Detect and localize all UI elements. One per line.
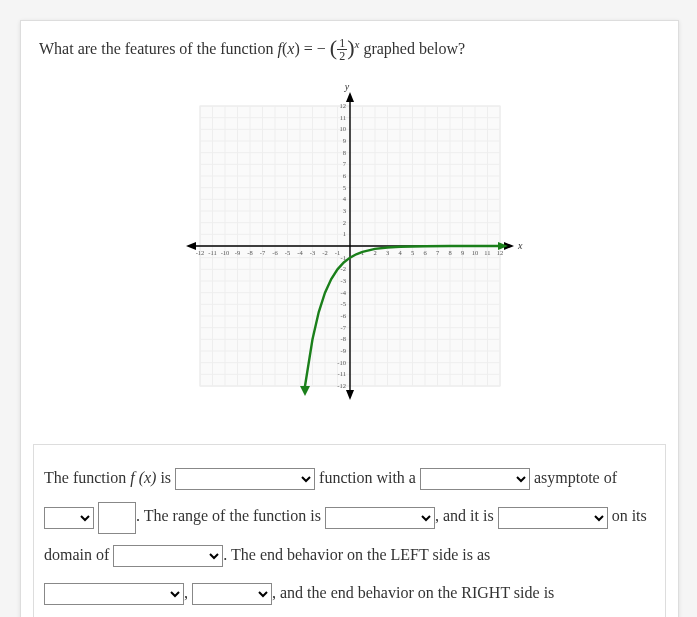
select-monotonicity[interactable] xyxy=(498,507,608,529)
fraction-num: 1 xyxy=(337,37,347,50)
select-asymptote-type[interactable] xyxy=(420,468,530,490)
answer-text: , and it is xyxy=(435,507,498,524)
svg-text:9: 9 xyxy=(342,137,345,144)
svg-text:x: x xyxy=(517,240,523,251)
answer-text: , xyxy=(184,584,192,601)
svg-marker-55 xyxy=(346,92,354,102)
svg-text:-1: -1 xyxy=(340,253,345,260)
svg-text:-2: -2 xyxy=(322,249,327,256)
svg-text:5: 5 xyxy=(410,249,413,256)
chart-area: xy-12-11-10-9-8-7-6-5-4-3-2-112345678910… xyxy=(39,66,660,428)
question-suffix: graphed below? xyxy=(359,40,465,57)
svg-text:-5: -5 xyxy=(284,249,289,256)
svg-text:-4: -4 xyxy=(340,288,346,295)
fraction: 12 xyxy=(337,37,347,62)
function-name: f xyxy=(278,40,282,57)
select-function-type[interactable] xyxy=(175,468,315,490)
svg-text:3: 3 xyxy=(385,249,388,256)
answer-text: asymptote of xyxy=(534,469,617,486)
svg-text:-3: -3 xyxy=(340,277,345,284)
answer-text: The function xyxy=(44,469,130,486)
question-area: What are the features of the function f(… xyxy=(21,21,678,438)
svg-text:12: 12 xyxy=(496,249,503,256)
svg-text:1: 1 xyxy=(342,230,345,237)
svg-marker-54 xyxy=(186,242,196,250)
problem-card: What are the features of the function f(… xyxy=(20,20,679,617)
svg-marker-56 xyxy=(346,390,354,400)
select-range[interactable] xyxy=(325,507,435,529)
function-graph: xy-12-11-10-9-8-7-6-5-4-3-2-112345678910… xyxy=(170,76,530,416)
svg-text:-12: -12 xyxy=(195,249,204,256)
svg-text:-4: -4 xyxy=(297,249,303,256)
svg-text:-8: -8 xyxy=(247,249,252,256)
select-left-to[interactable] xyxy=(192,583,272,605)
svg-text:y: y xyxy=(343,81,349,92)
svg-text:-9: -9 xyxy=(234,249,239,256)
svg-text:-5: -5 xyxy=(340,300,345,307)
svg-text:2: 2 xyxy=(342,218,345,225)
answer-text: , and the end behavior on the RIGHT side… xyxy=(272,584,554,601)
svg-text:9: 9 xyxy=(460,249,463,256)
svg-text:-3: -3 xyxy=(309,249,314,256)
svg-text:12: 12 xyxy=(339,102,346,109)
svg-text:-10: -10 xyxy=(337,358,346,365)
fraction-den: 2 xyxy=(337,50,347,62)
svg-text:-11: -11 xyxy=(208,249,216,256)
svg-text:-8: -8 xyxy=(340,335,345,342)
svg-text:8: 8 xyxy=(448,249,451,256)
answer-text: . The range of the function is xyxy=(136,507,325,524)
function-arg: x xyxy=(287,40,294,57)
question-text: What are the features of the function f(… xyxy=(39,35,660,66)
question-prefix: What are the features of the function xyxy=(39,40,278,57)
svg-text:10: 10 xyxy=(471,249,478,256)
svg-text:-11: -11 xyxy=(337,370,345,377)
svg-text:-12: -12 xyxy=(337,382,346,389)
svg-text:10: 10 xyxy=(339,125,346,132)
svg-text:-7: -7 xyxy=(340,323,346,330)
input-asymptote-value[interactable] xyxy=(98,502,136,534)
svg-text:-7: -7 xyxy=(259,249,265,256)
left-paren: ( xyxy=(330,35,337,60)
select-left-as[interactable] xyxy=(44,583,184,605)
right-paren: ) xyxy=(347,35,354,60)
answer-text: domain of xyxy=(44,546,113,563)
svg-text:11: 11 xyxy=(484,249,490,256)
select-asymptote-var[interactable] xyxy=(44,507,94,529)
svg-text:11: 11 xyxy=(339,113,345,120)
svg-text:-9: -9 xyxy=(340,347,345,354)
select-domain[interactable] xyxy=(113,545,223,567)
svg-text:5: 5 xyxy=(342,183,345,190)
svg-text:-1: -1 xyxy=(334,249,339,256)
svg-text:3: 3 xyxy=(342,207,345,214)
svg-text:-6: -6 xyxy=(272,249,278,256)
answer-text: on its xyxy=(612,507,647,524)
answer-text: is xyxy=(160,469,175,486)
svg-text:8: 8 xyxy=(342,148,345,155)
fx-label: f (x) xyxy=(130,469,156,486)
svg-text:-6: -6 xyxy=(340,312,346,319)
answer-text: . The end behavior on the LEFT side is a… xyxy=(223,546,490,563)
svg-text:-10: -10 xyxy=(220,249,229,256)
svg-marker-107 xyxy=(300,386,310,396)
equals: = − xyxy=(300,40,330,57)
answer-area: The function f (x) is function with a as… xyxy=(33,444,666,617)
answer-text: function with a xyxy=(319,469,420,486)
